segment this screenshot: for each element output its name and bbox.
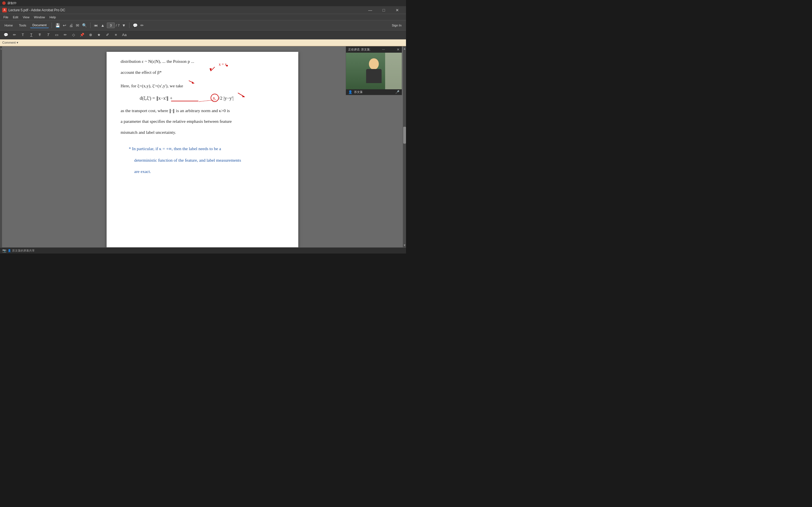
video-header: 正在讲话: 苏文藻; 〰 ✕ bbox=[346, 47, 402, 53]
tab-tools[interactable]: Tools bbox=[17, 23, 29, 28]
pdf-line-parameter: a parameter that specifies the relative … bbox=[121, 119, 232, 124]
pdf-line-top: distribution ε ~ N(ε|N), ... the Poisson… bbox=[121, 59, 194, 64]
wave-icon: 〰 bbox=[382, 48, 385, 51]
strikethrough-tool[interactable]: T bbox=[36, 31, 43, 39]
svg-marker-9 bbox=[242, 95, 245, 98]
svg-marker-4 bbox=[192, 81, 194, 83]
nav-back-button[interactable]: ↩ bbox=[62, 23, 67, 27]
menu-bar: File Edit View Window Help bbox=[0, 14, 406, 20]
close-button[interactable]: ✕ bbox=[391, 6, 404, 14]
pdf-formula-cont: /2 |y−y'| bbox=[219, 96, 234, 101]
person-head bbox=[369, 58, 379, 69]
pdf-bullet-star: * In particular, if κ = +∞, then the lab… bbox=[129, 146, 221, 151]
print-button[interactable]: 🖨 bbox=[68, 23, 73, 27]
minimize-button[interactable]: — bbox=[364, 6, 377, 14]
person-body bbox=[366, 69, 382, 83]
window-title: Lecture 5.pdf - Adobe Acrobat Pro DC bbox=[8, 8, 364, 12]
text-tool[interactable]: T bbox=[19, 31, 27, 39]
comment-icon[interactable]: 💬 bbox=[132, 23, 138, 27]
font-tool[interactable]: Aa bbox=[121, 31, 128, 39]
scroll-thumb[interactable] bbox=[403, 127, 406, 144]
comment-bar: Comment ▾ bbox=[0, 40, 406, 46]
video-panel: 正在讲话: 苏文藻; 〰 ✕ 👤 苏文藻 🎤 bbox=[346, 46, 402, 95]
page-navigation: / 7 bbox=[107, 22, 119, 28]
taskbar-user-icon: 👤 bbox=[8, 249, 11, 252]
annotation-toolbar: 💬 ✏ T T T T ▭ ✏ ◇ 📌 ⊗ ★ ✐ ≡ Aa bbox=[0, 31, 406, 40]
recording-label: 录制中 bbox=[7, 1, 17, 5]
sticky-note-tool[interactable]: 💬 bbox=[2, 31, 10, 39]
pencil-tool[interactable]: ✐ bbox=[104, 31, 111, 39]
pin-tool[interactable]: 📌 bbox=[79, 31, 86, 39]
video-frame bbox=[346, 53, 402, 89]
pdf-svg-content: distribution ε ~ N(ε|N), ... the Poisson… bbox=[118, 57, 287, 247]
left-sidebar bbox=[0, 46, 2, 247]
page-number-input[interactable] bbox=[107, 22, 115, 28]
app-icon: A bbox=[2, 8, 7, 12]
window-controls[interactable]: — □ ✕ bbox=[364, 6, 404, 14]
text-tool2[interactable]: T bbox=[45, 31, 52, 39]
tab-home[interactable]: Home bbox=[2, 23, 15, 28]
rect-tool[interactable]: ▭ bbox=[53, 31, 60, 39]
maximize-button[interactable]: □ bbox=[377, 6, 390, 14]
taskbar-camera-icon: 📷 bbox=[2, 249, 6, 252]
video-close-button[interactable]: ✕ bbox=[397, 48, 400, 52]
pen-icon[interactable]: ✏ bbox=[140, 23, 144, 27]
eraser-tool[interactable]: ◇ bbox=[70, 31, 77, 39]
video-username: 苏文藻 bbox=[354, 90, 363, 94]
toolbar-separator3 bbox=[129, 22, 130, 28]
sign-in-button[interactable]: Sign In bbox=[390, 23, 404, 28]
taskbar-item: 📷 👤 苏文藻的屏幕共享 bbox=[2, 249, 35, 252]
next-page-button[interactable]: ▼ bbox=[121, 23, 126, 27]
underline-tool[interactable]: T bbox=[28, 31, 35, 39]
pdf-line-account: account the effect of β* bbox=[121, 70, 162, 75]
star-tool[interactable]: ★ bbox=[95, 31, 103, 39]
recording-dot bbox=[2, 1, 6, 5]
scrollbar[interactable]: ▲ ▼ bbox=[403, 46, 406, 247]
prev-page-button[interactable]: ▲ bbox=[100, 23, 105, 27]
main-toolbar: Home Tools Document 💾 ↩ 🖨 ✉ 🔍 ⏮ ▲ / 7 ▼ … bbox=[0, 20, 406, 31]
statusbar: 📷 👤 苏文藻的屏幕共享 bbox=[0, 247, 406, 253]
scroll-up-arrow[interactable]: ▲ bbox=[403, 47, 406, 50]
list-tool[interactable]: ≡ bbox=[112, 31, 119, 39]
video-user-icon: 👤 bbox=[348, 90, 352, 94]
first-page-button[interactable]: ⏮ bbox=[93, 23, 98, 27]
video-bg-detail bbox=[385, 53, 402, 89]
menu-window[interactable]: Window bbox=[32, 15, 47, 19]
page-separator: / bbox=[116, 24, 117, 27]
page-total: 7 bbox=[118, 24, 119, 27]
menu-help[interactable]: Help bbox=[47, 15, 58, 19]
main-content-area: distribution ε ~ N(ε|N), ... the Poisson… bbox=[0, 46, 406, 247]
window-titlebar: A Lecture 5.pdf - Adobe Acrobat Pro DC —… bbox=[0, 6, 406, 14]
pdf-line-mismatch: mismatch and label uncertainty. bbox=[121, 130, 176, 135]
save-button[interactable]: 💾 bbox=[55, 23, 61, 27]
menu-file[interactable]: File bbox=[1, 15, 11, 19]
highlight-tool[interactable]: ✏ bbox=[11, 31, 18, 39]
pdf-line-here: Here, for ξ=(x,y), ξ'=(x',y'), we take bbox=[121, 83, 183, 89]
video-speaker-text: 正在讲话: 苏文藻; bbox=[348, 48, 370, 52]
app-window: A Lecture 5.pdf - Adobe Acrobat Pro DC —… bbox=[0, 6, 406, 247]
menu-edit[interactable]: Edit bbox=[11, 15, 20, 19]
statusbar-screen-share-label: 苏文藻的屏幕共享 bbox=[12, 249, 35, 252]
video-footer: 👤 苏文藻 🎤 bbox=[346, 89, 402, 95]
sidebar-indicator bbox=[1, 48, 2, 50]
os-titlebar: 录制中 bbox=[0, 0, 406, 6]
comment-label[interactable]: Comment ▾ bbox=[2, 41, 18, 45]
pdf-annotation-x: x = x bbox=[219, 62, 227, 66]
scroll-down-arrow[interactable]: ▼ bbox=[403, 243, 406, 247]
tab-document[interactable]: Document bbox=[30, 22, 49, 28]
freehand-tool[interactable]: ✏ bbox=[61, 31, 69, 39]
pdf-document: distribution ε ~ N(ε|N), ... the Poisson… bbox=[107, 52, 298, 247]
toolbar-separator bbox=[52, 22, 52, 28]
pdf-bullet-line3: are exact. bbox=[134, 169, 151, 174]
pdf-kappa-symbol: κ bbox=[213, 96, 215, 100]
video-mic-icon: 🎤 bbox=[395, 90, 400, 94]
stamp-tool[interactable]: ⊗ bbox=[87, 31, 94, 39]
pdf-bullet-line2: deterministic function of the feature, a… bbox=[134, 158, 241, 163]
pdf-line-transport: as the transport cost, where ‖·‖ is an a… bbox=[121, 108, 230, 113]
toolbar-separator2 bbox=[90, 22, 91, 28]
email-button[interactable]: ✉ bbox=[75, 23, 80, 27]
pdf-line-formula: d(ξ,ξ') = ‖x−x'‖ + bbox=[140, 96, 172, 101]
menu-view[interactable]: View bbox=[20, 15, 32, 19]
search-button[interactable]: 🔍 bbox=[82, 23, 87, 27]
